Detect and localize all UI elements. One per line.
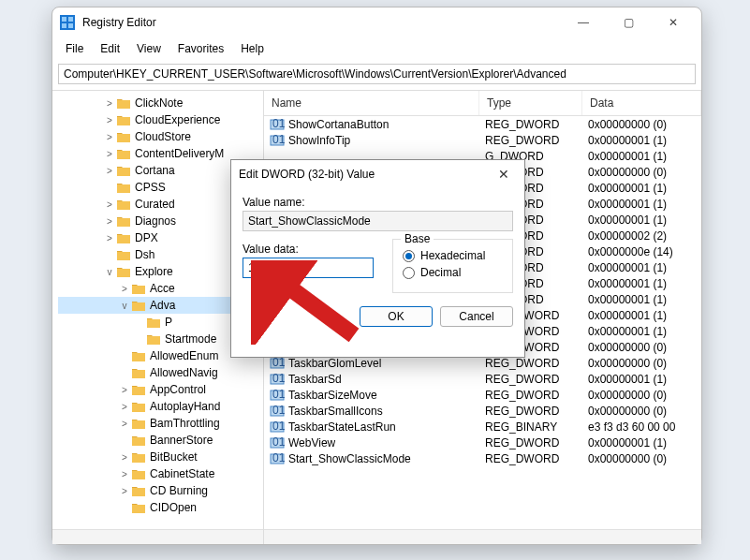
value-data-input[interactable]: 1 <box>243 258 374 278</box>
folder-icon <box>131 434 146 447</box>
titlebar[interactable]: Registry Editor — ▢ ✕ <box>52 7 701 37</box>
radio-icon <box>403 250 415 262</box>
menu-view[interactable]: View <box>129 39 169 58</box>
value-data: 0x00000000 (0) <box>588 357 667 370</box>
expand-icon[interactable]: > <box>103 115 116 125</box>
radio-hexadecimal[interactable]: Hexadecimal <box>403 249 503 262</box>
col-name[interactable]: Name <box>264 91 479 115</box>
folder-icon <box>146 332 161 346</box>
col-type[interactable]: Type <box>479 91 582 115</box>
expand-icon[interactable]: > <box>118 419 131 429</box>
ok-button[interactable]: OK <box>360 306 433 327</box>
list-scrollbar[interactable] <box>264 529 701 544</box>
value-name: TaskbarGlomLevel <box>288 357 381 370</box>
tree-label: CabinetState <box>150 467 214 480</box>
tree-label: Cortana <box>135 164 175 177</box>
tree-item[interactable]: >AutoplayHand <box>58 398 263 415</box>
value-row[interactable]: 011TaskbarStateLastRunREG_BINARYe3 f3 d3… <box>264 419 701 435</box>
reg-value-icon: 011 <box>270 389 285 402</box>
reg-value-icon: 011 <box>270 357 285 370</box>
expand-icon[interactable]: > <box>118 452 131 463</box>
expand-icon[interactable]: > <box>103 216 116 227</box>
value-row[interactable]: 011TaskbarSdREG_DWORD0x00000001 (1) <box>264 371 701 387</box>
reg-value-icon: 011 <box>270 420 285 434</box>
svg-rect-4 <box>68 23 73 28</box>
value-data: 0x00000001 (1) <box>588 277 667 290</box>
expand-icon[interactable]: > <box>103 199 116 210</box>
col-data[interactable]: Data <box>582 91 701 115</box>
value-row[interactable]: 011ShowCortanaButtonREG_DWORD0x00000000 … <box>264 116 701 132</box>
tree-item[interactable]: >AppControl <box>58 381 263 398</box>
tree-item[interactable]: >ClickNote <box>58 95 263 111</box>
folder-icon <box>116 231 131 244</box>
expand-icon[interactable]: > <box>103 98 116 109</box>
menu-file[interactable]: File <box>58 39 91 58</box>
value-type: REG_DWORD <box>485 452 559 465</box>
cancel-button[interactable]: Cancel <box>440 306 513 327</box>
expand-icon[interactable]: > <box>103 233 116 243</box>
value-row[interactable]: 011ShowInfoTipREG_DWORD0x00000001 (1) <box>264 132 701 148</box>
tree-item[interactable]: >CabinetState <box>58 465 263 482</box>
expand-icon[interactable]: > <box>103 149 116 159</box>
maximize-button[interactable]: ▢ <box>608 9 649 36</box>
value-data: 0x00000002 (2) <box>588 229 667 243</box>
dialog-close-button[interactable]: ✕ <box>491 167 517 182</box>
tree-label: AutoplayHand <box>150 400 220 413</box>
value-row[interactable]: 011TaskbarSizeMoveREG_DWORD0x00000000 (0… <box>264 387 701 403</box>
tree-item[interactable]: AllowedNavig <box>58 364 263 381</box>
minimize-button[interactable]: — <box>563 9 604 36</box>
value-type: REG_DWORD <box>485 373 559 386</box>
expand-icon[interactable]: > <box>103 166 116 176</box>
tree-item[interactable]: >BitBucket <box>58 449 263 465</box>
value-name: WebView <box>288 436 335 449</box>
tree-item[interactable]: >CloudStore <box>58 128 263 145</box>
menu-help[interactable]: Help <box>233 39 272 58</box>
svg-text:011: 011 <box>272 389 285 401</box>
reg-value-icon: 011 <box>270 405 285 418</box>
value-row[interactable]: 011TaskbarSmallIconsREG_DWORD0x00000000 … <box>264 403 701 419</box>
expand-icon[interactable]: v <box>103 267 116 277</box>
folder-icon <box>116 181 131 194</box>
expand-icon[interactable]: > <box>103 132 116 142</box>
reg-value-icon: 011 <box>270 134 285 147</box>
expand-icon[interactable]: v <box>118 301 131 311</box>
svg-text:011: 011 <box>272 357 285 369</box>
folder-icon <box>131 400 146 413</box>
folder-icon <box>131 484 146 497</box>
value-data: 0x0000000e (14) <box>588 245 673 258</box>
expand-icon[interactable]: > <box>118 486 131 496</box>
value-data: 0x00000001 (1) <box>588 214 667 227</box>
expand-icon[interactable]: > <box>118 469 131 479</box>
expand-icon[interactable]: > <box>118 284 131 294</box>
value-row[interactable]: 011WebViewREG_DWORD0x00000001 (1) <box>264 435 701 450</box>
radio-icon <box>403 267 415 279</box>
tree-item[interactable]: BannerStore <box>58 432 263 449</box>
tree-label: AppControl <box>150 383 206 396</box>
reg-value-icon: 011 <box>270 373 285 386</box>
tree-item[interactable]: >CloudExperience <box>58 111 263 128</box>
address-input[interactable]: Computer\HKEY_CURRENT_USER\Software\Micr… <box>58 64 696 84</box>
folder-icon <box>116 130 131 143</box>
tree-label: Acce <box>150 282 175 295</box>
value-row[interactable]: 011Start_ShowClassicModeREG_DWORD0x00000… <box>264 450 701 466</box>
tree-label: CIDOpen <box>150 501 197 514</box>
tree-label: CloudStore <box>135 130 191 143</box>
tree-scrollbar[interactable] <box>52 529 263 544</box>
menubar: File Edit View Favorites Help <box>52 37 701 60</box>
dialog-titlebar[interactable]: Edit DWORD (32-bit) Value ✕ <box>231 160 524 188</box>
value-data: 0x00000000 (0) <box>588 452 667 465</box>
expand-icon[interactable]: > <box>118 402 131 412</box>
folder-icon <box>116 147 131 160</box>
folder-icon <box>116 265 131 278</box>
close-button[interactable]: ✕ <box>653 9 694 36</box>
tree-item[interactable]: CIDOpen <box>58 499 263 516</box>
folder-icon <box>131 450 146 464</box>
radio-decimal[interactable]: Decimal <box>403 266 503 279</box>
expand-icon[interactable]: > <box>118 385 131 395</box>
tree-item[interactable]: >BamThrottling <box>58 415 263 432</box>
menu-edit[interactable]: Edit <box>93 39 127 58</box>
menu-favorites[interactable]: Favorites <box>170 39 231 58</box>
tree-item[interactable]: >CD Burning <box>58 482 263 499</box>
tree-label: BannerStore <box>150 434 213 447</box>
value-name-field: Start_ShowClassicMode <box>243 211 513 231</box>
